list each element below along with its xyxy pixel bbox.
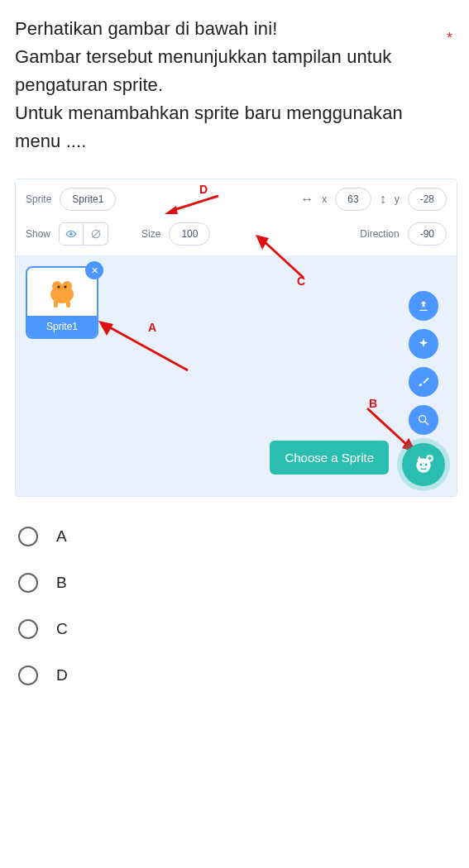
search-icon xyxy=(417,413,430,427)
radio-icon xyxy=(18,573,38,593)
close-icon: ✕ xyxy=(91,265,98,276)
svg-rect-10 xyxy=(54,301,58,308)
add-sprite-menu xyxy=(402,291,445,486)
radio-icon xyxy=(18,665,38,685)
option-d[interactable]: D xyxy=(15,652,457,699)
cat-icon xyxy=(44,274,80,309)
eye-off-icon xyxy=(90,228,102,240)
paint-sprite-button[interactable] xyxy=(409,367,438,397)
question-line-3: Untuk menambahkan sprite baru menggunaka… xyxy=(15,99,443,155)
svg-point-9 xyxy=(64,286,66,289)
size-value-field[interactable]: 100 xyxy=(169,222,210,246)
add-sprite-fab[interactable] xyxy=(402,443,445,486)
choose-sprite-tooltip: Choose a Sprite xyxy=(270,441,389,475)
arrow-c xyxy=(254,235,312,284)
answer-options: A B C D xyxy=(15,513,457,699)
show-hidden-button[interactable] xyxy=(84,222,108,246)
option-a[interactable]: A xyxy=(15,513,457,560)
question-line-1: Perhatikan gambar di bawah ini! xyxy=(15,15,443,43)
sprite-settings-figure: D Sprite Sprite1 ↔ x 63 ↕ y -28 Show xyxy=(15,179,457,497)
option-b[interactable]: B xyxy=(15,560,457,606)
sprite-name-field[interactable]: Sprite1 xyxy=(60,188,116,211)
svg-line-14 xyxy=(262,240,304,278)
y-value-field[interactable]: -28 xyxy=(408,188,447,211)
cat-add-icon xyxy=(413,454,434,475)
radio-icon xyxy=(18,527,38,546)
x-arrows-icon: ↔ xyxy=(300,192,313,207)
sprite-label: Sprite xyxy=(26,193,51,205)
option-label: D xyxy=(56,666,68,684)
svg-point-24 xyxy=(425,464,428,466)
option-label: A xyxy=(56,527,67,546)
size-label: Size xyxy=(141,228,160,240)
option-c[interactable]: C xyxy=(15,606,457,652)
direction-label: Direction xyxy=(360,228,399,240)
radio-icon xyxy=(18,619,38,639)
search-sprite-button[interactable] xyxy=(409,405,438,435)
option-label: B xyxy=(56,574,67,592)
svg-line-0 xyxy=(171,196,218,211)
delete-sprite-button[interactable]: ✕ xyxy=(85,261,103,279)
show-visible-button[interactable] xyxy=(59,222,84,246)
y-arrows-icon: ↕ xyxy=(380,192,386,207)
arrow-d xyxy=(165,194,223,216)
svg-marker-1 xyxy=(165,206,178,214)
surprise-sprite-button[interactable] xyxy=(409,329,438,359)
svg-marker-21 xyxy=(417,456,421,462)
svg-rect-11 xyxy=(66,301,70,308)
sprite-tile-name: Sprite1 xyxy=(27,316,97,337)
upload-icon xyxy=(417,299,430,312)
arrow-a xyxy=(95,319,194,377)
svg-line-19 xyxy=(425,422,428,425)
show-label: Show xyxy=(26,228,50,240)
svg-point-8 xyxy=(57,286,60,289)
question-text: Perhatikan gambar di bawah ini! Gambar t… xyxy=(15,15,457,155)
svg-point-6 xyxy=(52,281,62,291)
brush-icon xyxy=(417,375,430,389)
x-label: x xyxy=(322,193,327,205)
question-line-2: Gambar tersebut menunjukkan tampilan unt… xyxy=(15,43,443,99)
sparkle-icon xyxy=(417,337,430,351)
sprite-tile[interactable]: ✕ Sprite1 xyxy=(26,266,98,339)
y-label: y xyxy=(395,193,400,205)
option-label: C xyxy=(56,620,68,638)
svg-point-18 xyxy=(419,416,426,422)
svg-line-12 xyxy=(107,326,188,370)
x-value-field[interactable]: 63 xyxy=(335,188,371,211)
direction-value-field[interactable]: -90 xyxy=(408,222,447,246)
svg-point-2 xyxy=(69,233,73,236)
eye-icon xyxy=(65,228,77,240)
svg-point-7 xyxy=(62,281,72,291)
upload-sprite-button[interactable] xyxy=(409,291,438,321)
svg-point-23 xyxy=(419,464,422,466)
svg-marker-15 xyxy=(256,235,269,250)
